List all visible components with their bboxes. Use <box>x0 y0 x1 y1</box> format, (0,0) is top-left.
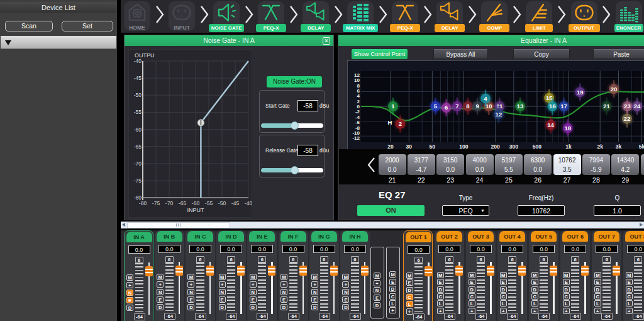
svg-text:-50: -50 <box>134 92 142 98</box>
svg-text:23: 23 <box>624 103 631 110</box>
svg-text:20: 20 <box>611 86 618 93</box>
svg-text:6: 6 <box>445 104 448 111</box>
svg-text:2: 2 <box>399 120 402 127</box>
svg-text:7: 7 <box>455 103 458 110</box>
svg-text:21: 21 <box>603 103 610 110</box>
svg-text:4: 4 <box>484 95 487 102</box>
svg-text:-70: -70 <box>134 160 142 167</box>
svg-text:14: 14 <box>547 121 554 128</box>
svg-text:-75: -75 <box>152 200 160 206</box>
svg-text:19: 19 <box>577 89 584 96</box>
svg-text:-80: -80 <box>139 200 147 206</box>
svg-text:-40: -40 <box>134 58 142 64</box>
svg-text:-45: -45 <box>231 200 240 206</box>
svg-text:12: 12 <box>496 111 502 118</box>
svg-text:OUTPU: OUTPU <box>135 52 155 59</box>
svg-text:-12: -12 <box>352 135 360 141</box>
svg-text:-65: -65 <box>134 144 142 150</box>
svg-text:-40: -40 <box>245 200 252 206</box>
svg-text:-60: -60 <box>134 127 142 133</box>
svg-text:13: 13 <box>517 103 524 110</box>
svg-text:18: 18 <box>564 125 571 132</box>
svg-text:INPUT: INPUT <box>187 207 205 213</box>
svg-text:-55: -55 <box>205 200 213 206</box>
svg-text:5: 5 <box>434 103 438 110</box>
svg-text:-65: -65 <box>179 200 187 206</box>
svg-text:22: 22 <box>624 115 631 122</box>
svg-text:-60: -60 <box>192 200 200 206</box>
svg-text:-55: -55 <box>134 109 142 115</box>
svg-text:-50: -50 <box>218 200 226 206</box>
svg-text:9: 9 <box>475 103 479 110</box>
svg-text:H: H <box>388 119 392 126</box>
svg-text:-75: -75 <box>134 177 142 184</box>
svg-text:24: 24 <box>634 103 641 110</box>
svg-text:-70: -70 <box>165 200 174 206</box>
svg-text:8: 8 <box>466 103 469 110</box>
svg-text:17: 17 <box>560 103 567 110</box>
svg-text:-45: -45 <box>134 75 142 81</box>
svg-text:16: 16 <box>549 103 556 110</box>
svg-text:1: 1 <box>391 103 395 110</box>
